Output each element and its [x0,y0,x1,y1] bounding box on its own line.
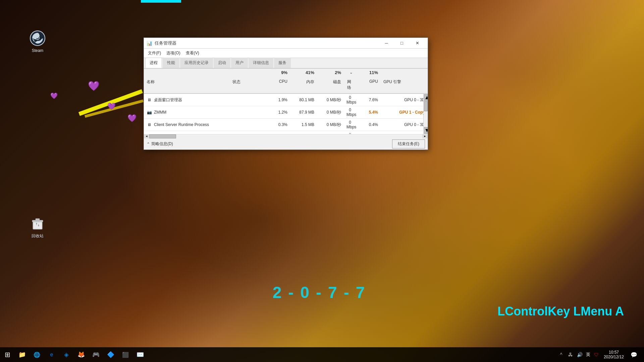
tab-performance[interactable]: 性能 [163,58,179,68]
taskbar-icon-mail[interactable]: ✉️ [133,347,148,362]
stats-header: 9% 41% 2% ⌄ 11% 名称 状态 CPU 内存 磁盘 网络 GPU G… [144,69,428,94]
minimize-button[interactable]: ─ [379,38,394,49]
process-cpu-0: 1.9% [263,96,290,104]
window-title: 任务管理器 [155,40,379,46]
taskbar-icon-msedge2[interactable]: 🔷 [103,347,118,362]
clock-date: 2020/12/12 [604,355,624,359]
desktop-icon-steam[interactable]: Steam [24,29,51,53]
tray-volume[interactable]: 🔊 [575,347,585,362]
table-row[interactable]: 🖥 桌面窗口管理器 1.9% 80.1 MB 0 MB/秒 0 Mbps 7.6… [144,94,428,106]
col-memory[interactable]: 内存 [290,78,317,92]
taskbar-icon-chrome[interactable]: 🌐 [30,347,44,362]
h-scroll-thumb[interactable] [149,134,176,138]
recycle-icon [29,215,46,232]
vertical-scrollbar[interactable]: ▲ ▼ [423,94,428,134]
tray-antivirus[interactable]: 🛡 [592,347,601,362]
recycle-label: 回收站 [32,233,44,239]
process-name-1: 📷 ZMMM [144,108,230,116]
gpu-engine-spacer [381,69,428,76]
process-cpu-1: 1.2% [263,109,290,116]
process-gpu-engine-2: GPU 0 - 3D [381,121,428,128]
system-tray: ^ 🖧 🔊 英 🛡 10:57 2020/12/12 💬 [554,347,644,362]
process-gpu-1: 5.4% [354,109,381,116]
steam-label: Steam [32,48,44,53]
explorer-icon: 📁 [18,351,26,358]
clock-time: 10:57 [609,350,619,355]
table-row[interactable]: 🖥 Client Server Runtime Process 0.3% 1.5… [144,119,428,131]
process-gpu-engine-0: GPU 0 - 3D [381,96,428,104]
horizontal-scrollbar[interactable]: ◄ ► [144,134,428,138]
process-disk-3: 0.1 MB/秒 [317,133,344,134]
menu-bar: 文件(F) 选项(O) 查看(V) [144,49,428,58]
chevron-up-icon: ⌃ [147,142,150,146]
firefox-icon: 🦊 [77,351,85,358]
tab-services[interactable]: 服务 [274,58,291,68]
tab-startup[interactable]: 启动 [214,58,230,68]
start-button[interactable]: ⊞ [0,347,15,362]
process-network-2: 0 Mbps [344,119,354,131]
vscode-icon: ◈ [64,351,69,358]
heart-decoration-2: 💜 [107,102,116,110]
scroll-thumb[interactable] [424,101,428,111]
cpu-stat: 9% [263,69,290,76]
col-disk[interactable]: 磁盘 [317,78,344,92]
tray-clock[interactable]: 10:57 2020/12/12 [601,350,627,359]
tab-processes[interactable]: 进程 [145,58,162,68]
collapse-button[interactable]: ⌃ 简略信息(D) [147,141,173,147]
process-gpu-2: 0.4% [354,121,381,128]
heart-decoration-4: 💜 [50,92,58,100]
taskbar-icon-explorer[interactable]: 📁 [15,347,30,362]
svg-rect-6 [36,219,40,221]
scroll-track[interactable] [149,134,422,138]
column-headers: 名称 状态 CPU 内存 磁盘 网络 GPU GPU 引擎 [144,76,428,94]
taskbar-icon-edge[interactable]: e [44,347,59,362]
col-name[interactable]: 名称 [144,78,230,92]
process-status-0 [230,99,263,101]
scroll-up-arrow[interactable]: ▲ [424,94,428,101]
scroll-left-arrow[interactable]: ◄ [144,134,149,138]
close-button[interactable]: ✕ [410,38,425,49]
tab-app-history[interactable]: 应用历史记录 [180,58,213,68]
notification-button[interactable]: 💬 [627,347,641,362]
col-gpu-engine[interactable]: GPU 引擎 [381,78,428,92]
tray-show-hidden[interactable]: ^ [556,347,566,362]
process-status-2 [230,123,263,126]
taskbar-icon-unity[interactable]: ⬛ [118,347,133,362]
number-display: 2-0-7-7 [273,283,372,302]
col-network[interactable]: 网络 [344,78,354,92]
steam-svg [30,30,46,46]
process-icon-1: 📷 [147,110,152,115]
scroll-down-arrow[interactable]: ▼ [424,127,428,134]
process-network-1: 0 Mbps [344,106,354,118]
tray-network[interactable]: 🖧 [566,347,575,362]
stats-row: 9% 41% 2% ⌄ 11% [144,69,428,76]
tab-users[interactable]: 用户 [231,58,248,68]
menu-file[interactable]: 文件(F) [145,49,164,57]
process-network-3: 0 Mbps [344,131,354,134]
mail-icon: ✉️ [137,351,144,358]
collapse-label: 简略信息(D) [151,141,173,147]
tab-details[interactable]: 详细信息 [249,58,273,68]
desktop-icon-recycle[interactable]: 回收站 [24,215,51,239]
taskbar-icon-firefox[interactable]: 🦊 [74,347,89,362]
tray-language[interactable]: 英 [585,352,592,358]
taskbar-icon-steam[interactable]: 🎮 [89,347,103,362]
process-name-0: 🖥 桌面窗口管理器 [144,96,230,104]
recycle-svg [30,215,46,231]
status-spacer [230,69,263,76]
table-row[interactable]: 📷 ZMMM 1.2% 87.9 MB 0 MB/秒 0 Mbps 5.4% G… [144,106,428,119]
end-task-button[interactable]: 结束任务(E) [392,139,425,148]
bottom-bar: ⌃ 简略信息(D) 结束任务(E) [144,138,428,149]
scroll-right-arrow[interactable]: ► [422,134,428,138]
col-cpu[interactable]: CPU [263,78,290,92]
table-row[interactable]: 🖥 System 0% 0.1 MB 0.1 MB/秒 0 Mbps 0.1% … [144,131,428,134]
col-status[interactable]: 状态 [230,78,263,92]
process-list[interactable]: 🖥 桌面窗口管理器 1.9% 80.1 MB 0 MB/秒 0 Mbps 7.6… [144,94,428,134]
col-gpu[interactable]: GPU [354,78,381,92]
menu-view[interactable]: 查看(V) [183,49,202,57]
process-memory-0: 80.1 MB [290,96,317,104]
menu-options[interactable]: 选项(O) [164,49,183,57]
steam-taskbar-icon: 🎮 [92,351,100,358]
taskbar-icon-vscode[interactable]: ◈ [59,347,74,362]
maximize-button[interactable]: □ [394,38,410,49]
